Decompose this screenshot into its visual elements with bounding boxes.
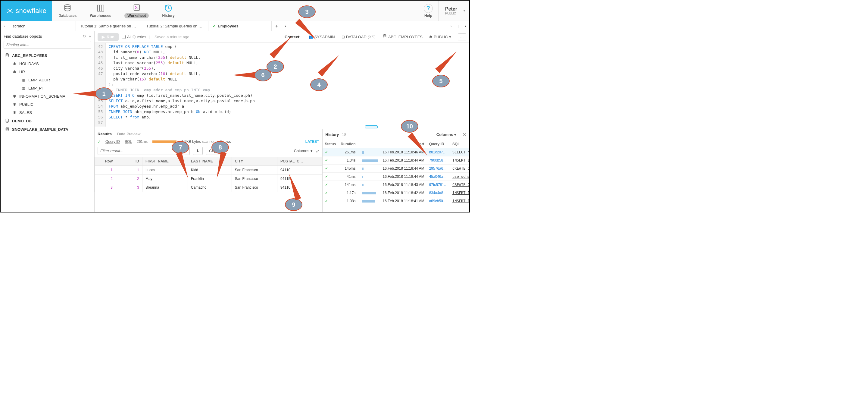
db-item-abc-employees[interactable]: ABC_EMPLOYEES (1, 51, 94, 60)
nav-worksheet[interactable]: Worksheet (118, 3, 155, 19)
sql-cell[interactable]: SELECT * from emp; (450, 148, 469, 156)
query-id-link[interactable]: Query ID (105, 140, 120, 144)
query-id-cell[interactable]: 7900b58… (427, 156, 450, 164)
nav-history[interactable]: History (155, 4, 181, 18)
sql-cell[interactable]: use schema public; (450, 173, 469, 181)
query-id-cell[interactable]: a69cb50… (427, 197, 450, 205)
copy-button[interactable]: Copy (206, 147, 222, 155)
column-header[interactable]: Row (95, 157, 116, 166)
columns-selector[interactable]: Columns ▾ (294, 149, 313, 153)
history-row[interactable]: ✓ 41ms 16.Feb.2018 11:18:44 AM 45a046a… … (322, 173, 469, 181)
query-id-cell[interactable]: 834a4a8… (427, 189, 450, 197)
history-row[interactable]: ✓ 141ms 16.Feb.2018 11:18:43 AM 97fc5781… (322, 181, 469, 189)
schema-item-holidays[interactable]: ✱HOLIDAYS (1, 60, 94, 68)
tabs-menu-button[interactable]: ▾ (462, 24, 469, 28)
history-row[interactable]: ✓ 1.17s 16.Feb.2018 11:18:42 AM 834a4a8…… (322, 189, 469, 197)
collapse-icon[interactable]: « (89, 34, 91, 38)
tab-tutorial2[interactable]: Tutorial 2: Sample queries on … (142, 21, 209, 31)
all-queries-checkbox[interactable]: All Queries (122, 35, 146, 39)
nav-databases[interactable]: Databases (52, 4, 83, 18)
context-role[interactable]: 👥SYSADMIN (308, 35, 335, 39)
worksheet-panel: ▶Run All Queries | Saved a minute ago Co… (95, 31, 469, 212)
sql-cell[interactable]: INSERT INTO emp (id, (450, 156, 469, 164)
query-id-cell[interactable]: 97fc5781… (427, 181, 450, 189)
context-schema[interactable]: ✱PUBLIC ▾ (429, 35, 451, 39)
column-header[interactable]: FIRST_NAME (143, 157, 188, 166)
sql-cell[interactable]: INSERT INTO emp_addr (450, 197, 469, 205)
tab-data-preview[interactable]: Data Preview (117, 132, 141, 136)
worksheet-more-button[interactable]: ⋯ (458, 33, 466, 40)
sql-cell[interactable]: CREATE OR REPLACE TA (450, 164, 469, 173)
tab-employees[interactable]: ✓Employees (209, 21, 272, 31)
tab-tutorial1[interactable]: Tutorial 1: Sample queries on … (76, 21, 142, 31)
filter-results-input[interactable] (98, 147, 190, 155)
splitter-handle[interactable] (95, 127, 469, 129)
table-row[interactable]: 33BreannaCamachoSan Francisco94110 (95, 183, 322, 192)
help-icon: ? (424, 4, 433, 13)
col-duration[interactable]: Duration (338, 140, 358, 148)
history-columns-selector[interactable]: Columns ▾ (436, 132, 456, 137)
sidebar-search-input[interactable] (4, 41, 91, 49)
download-button[interactable]: ⬇ (193, 147, 203, 155)
checkbox[interactable] (122, 35, 126, 39)
sql-cell[interactable]: CREATE OR REPLACE SC (450, 181, 469, 189)
history-row[interactable]: ✓ 1.08s 16.Feb.2018 11:18:41 AM a69cb50…… (322, 197, 469, 205)
schema-item-sales[interactable]: ✱SALES (1, 109, 94, 117)
tab-dropdown-button[interactable]: ▾ (282, 24, 289, 28)
history-row[interactable]: ✓ 1.34s 16.Feb.2018 11:18:44 AM 7900b58…… (322, 156, 469, 164)
col-sql[interactable]: SQL (450, 140, 469, 148)
query-id-cell[interactable]: 29576a6… (427, 164, 450, 173)
history-row[interactable]: ✓ 145ms 16.Feb.2018 11:18:44 AM 29576a6…… (322, 164, 469, 173)
tab-add-button[interactable]: + (272, 24, 282, 29)
label: Copy (209, 149, 218, 153)
schema-item-information-schema[interactable]: ✱INFORMATION_SCHEMA (1, 92, 94, 100)
tab-scratch[interactable]: scratch (8, 21, 76, 31)
close-icon[interactable]: ✕ (462, 132, 466, 138)
query-id-cell[interactable]: 45a046a… (427, 173, 450, 181)
history-icon (163, 4, 173, 12)
schema-item-public[interactable]: ✱PUBLIC (1, 100, 94, 109)
tab-results[interactable]: Results (98, 132, 112, 136)
history-row[interactable]: ✓ 261ms 16.Feb.2018 11:18:46 AM b81c207…… (322, 148, 469, 156)
tabs-back-button[interactable]: ‹ (1, 24, 8, 28)
warehouse-icon: ⊞ (342, 35, 345, 39)
resize-handle-icon[interactable] (365, 125, 378, 128)
table-row[interactable]: 11LucasKiddSan Francisco94110 (95, 166, 322, 175)
db-item-snowflake-sample[interactable]: SNOWFLAKE_SAMPLE_DATA (1, 125, 94, 133)
latest-badge[interactable]: LATEST (305, 140, 319, 144)
table-row[interactable]: 22MayFranklinSan Francisco94115 (95, 175, 322, 183)
editor-code[interactable]: CREATE OR REPLACE TABLE emp ( id number(… (106, 43, 258, 127)
sql-link[interactable]: SQL (125, 140, 132, 144)
column-header[interactable]: ID (116, 157, 143, 166)
col-query-id[interactable]: Query ID (427, 140, 450, 148)
user-menu[interactable]: Peter PUBLIC ▾ (438, 1, 469, 21)
schema-item-hr[interactable]: ✱HR (1, 68, 94, 76)
column-header[interactable]: CITY (231, 157, 277, 166)
col-start[interactable]: Start (380, 140, 427, 148)
tabs-fwd-button[interactable]: › (447, 24, 455, 28)
sql-cell[interactable]: INSERT INTO emp_ph ( (450, 189, 469, 197)
app-logo[interactable]: snowflake (1, 1, 52, 21)
context-database[interactable]: ABC_EMPLOYEES (382, 34, 423, 40)
results-tabs: Results Data Preview (95, 129, 322, 138)
nav-warehouses[interactable]: Warehouses (83, 4, 118, 18)
bar-cell (358, 156, 380, 164)
query-id-cell[interactable]: b81c207… (427, 148, 450, 156)
table-item-emp-ph[interactable]: ▦EMP_PH (1, 84, 94, 92)
run-button[interactable]: ▶Run (98, 33, 119, 41)
help[interactable]: ? Help (418, 1, 438, 21)
nav-warehouses-label: Warehouses (90, 13, 111, 18)
db-item-demo-db[interactable]: DEMO_DB (1, 117, 94, 125)
database-icon (4, 127, 10, 132)
cell: 1 (116, 166, 143, 175)
app-name: snowflake (16, 7, 46, 15)
context-warehouse[interactable]: ⊞DATALOAD (XS) (342, 35, 376, 39)
expand-icon[interactable]: ⤢ (316, 149, 319, 153)
refresh-icon[interactable]: ⟳ (83, 34, 87, 38)
column-header[interactable]: POSTAL_C… (277, 157, 322, 166)
nav-icons: Databases Warehouses Worksheet History (52, 1, 181, 21)
table-item-emp-addr[interactable]: ▦EMP_ADDR (1, 76, 94, 84)
sql-editor[interactable]: 424344454647 5152535455565758 CREATE OR … (95, 43, 469, 127)
col-status[interactable]: Status (322, 140, 339, 148)
column-header[interactable]: LAST_NAME (188, 157, 232, 166)
